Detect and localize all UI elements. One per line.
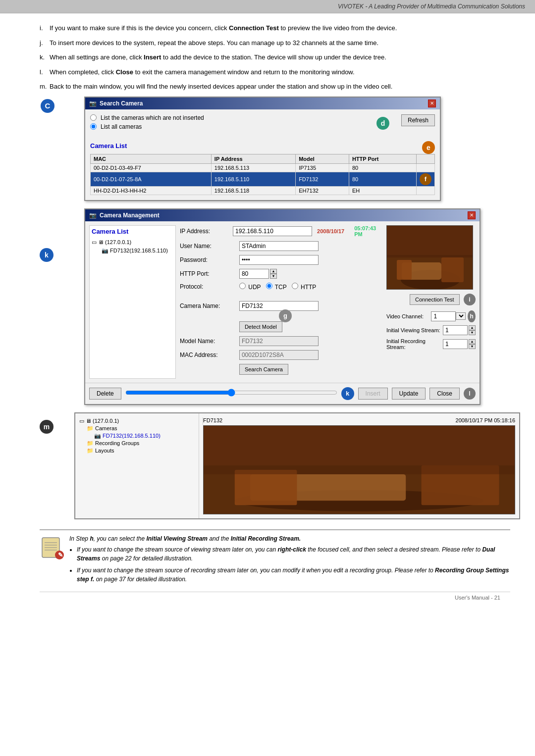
step-f-indicator: f — [420, 173, 431, 185]
video-channel-select[interactable]: 1 — [456, 312, 466, 320]
insert-button[interactable]: Insert — [358, 388, 388, 400]
row2-extra: f — [417, 172, 435, 186]
camera-row-1[interactable]: 00-D2-D1-03-49-F7 192.168.5.113 IP7135 8… — [91, 163, 435, 172]
protocol-http-radio[interactable] — [292, 283, 298, 289]
delete-button[interactable]: Delete — [89, 388, 121, 400]
row1-port: 80 — [349, 163, 416, 172]
tree-monitor-icon: 🖥 — [98, 239, 104, 245]
protocol-tcp-radio[interactable] — [266, 283, 272, 289]
recording-spinner-up[interactable]: ▲ — [469, 339, 476, 344]
radio-not-inserted[interactable] — [90, 114, 97, 121]
preview-date: 2008/10/17 — [317, 228, 344, 234]
tree-child[interactable]: 📷 FD7132(192.168.5.110) — [92, 247, 173, 255]
step-k-bottom-indicator: k — [341, 387, 354, 400]
tree-child-label: FD7132(192.168.5.110) — [110, 248, 168, 253]
camera-mgmt-title: Camera Management — [100, 212, 160, 219]
recording-spinner[interactable]: ▲ ▼ — [469, 339, 476, 349]
protocol-http-label: HTTP — [292, 283, 317, 291]
search-camera-window: 📷 Search Camera ✕ List the cameras which… — [84, 97, 441, 201]
radio-all-cameras-label: List all cameras — [101, 123, 142, 130]
row1-model: IP7135 — [296, 163, 349, 172]
main-monitor-icon: 🖥 — [86, 418, 91, 424]
camera-mgmt-tree: Camera List ▭ 🖥 (127.0.0.1) 📷 FD7132(192… — [89, 225, 176, 379]
svg-rect-6 — [387, 225, 473, 257]
svg-text:✎: ✎ — [58, 552, 63, 558]
password-input[interactable] — [239, 255, 319, 265]
spinner-up[interactable]: ▲ — [270, 269, 277, 274]
connection-test-button[interactable]: Connection Test — [410, 294, 460, 305]
right-form: Connection Test i Video Channel: — [386, 294, 476, 350]
item-label-k: k. — [40, 52, 45, 62]
port-spinner[interactable]: ▲ ▼ — [270, 269, 277, 279]
camera-name-label: Camera Name: — [180, 302, 239, 309]
camera-list-section: Camera List e MAC IP Address — [90, 141, 435, 195]
video-channel-label: Video Channel: — [386, 313, 431, 319]
form-row-port: HTTP Port: ▲ ▼ — [180, 269, 382, 279]
row1-extra — [417, 163, 435, 172]
model-name-input — [239, 336, 319, 346]
svg-rect-5 — [441, 257, 464, 282]
row3-ip: 192.168.5.118 — [211, 186, 295, 195]
search-camera-close-button[interactable]: ✕ — [428, 100, 436, 107]
svg-rect-13 — [204, 426, 515, 474]
instruction-list: i. If you want to make sure if this is t… — [40, 23, 510, 92]
tree-camera-icon: 📷 — [102, 248, 108, 254]
camera-name-input[interactable] — [239, 301, 319, 311]
camera-management-window: 📷 Camera Management ✕ Camera List ▭ 🖥 (1… — [84, 208, 481, 405]
camera-table-header: MAC IP Address Model HTTP Port — [91, 154, 435, 163]
refresh-button[interactable]: Refresh — [401, 114, 435, 126]
recording-spinner-down[interactable]: ▼ — [469, 344, 476, 349]
row1-ip: 192.168.5.113 — [211, 163, 295, 172]
recording-icon: 📁 — [87, 440, 94, 447]
camera-item-icon: 📷 — [94, 433, 101, 439]
main-tree-cameras[interactable]: 📁 Cameras — [79, 425, 195, 432]
username-input[interactable] — [239, 241, 319, 251]
scrollbar[interactable] — [125, 389, 337, 397]
main-preview: FD7132 2008/10/17 PM 05:18:16 — [199, 413, 519, 518]
search-camera-title: Search Camera — [100, 100, 143, 107]
main-preview-svg — [204, 426, 515, 514]
form-row-model: Model Name: — [180, 336, 382, 346]
row1-mac: 00-D2-D1-03-49-F7 — [91, 163, 212, 172]
protocol-udp-radio[interactable] — [239, 283, 246, 289]
radio-all-cameras[interactable] — [90, 123, 97, 130]
recording-stream-input[interactable] — [443, 339, 468, 349]
viewing-stream-label: Initial Viewing Stream: — [386, 327, 443, 333]
main-tree-recording[interactable]: 📁 Recording Groups — [79, 440, 195, 447]
main-window: ▭ 🖥 (127.0.0.1) 📁 Cameras 📷 FD7132(192.1… — [74, 412, 520, 519]
mgmt-title-left: 📷 Camera Management — [89, 212, 160, 219]
spinner-down[interactable]: ▼ — [270, 274, 277, 279]
camera-mgmt-close-button[interactable]: ✕ — [468, 211, 476, 219]
viewing-spinner[interactable]: ▲ ▼ — [469, 325, 476, 335]
camera-row-3[interactable]: HH-D2-D1-H3-HH-H2 192.168.5.118 EH7132 E… — [91, 186, 435, 195]
layouts-icon: 📁 — [87, 448, 94, 454]
form-row-mac: MAC Address: — [180, 350, 382, 360]
form-row-ip: IP Address: 2008/10/17 05:07:43 PM — [180, 225, 382, 237]
camera-mgmt-right: f Connection Test i — [386, 225, 476, 379]
row3-mac: HH-D2-D1-H3-HH-H2 — [91, 186, 212, 195]
viewing-stream-input[interactable] — [443, 325, 468, 335]
search-camera-button[interactable]: Search Camera — [239, 364, 288, 375]
viewing-spinner-down[interactable]: ▼ — [469, 330, 476, 335]
step-m-indicator: m — [40, 420, 54, 434]
viewing-spinner-up[interactable]: ▲ — [469, 325, 476, 330]
main-tree-camera-item[interactable]: 📷 FD7132(192.168.5.110) — [79, 432, 195, 440]
update-button[interactable]: Update — [392, 388, 426, 400]
instruction-j: j. To insert more devices to the system,… — [40, 38, 510, 48]
ip-address-input[interactable] — [233, 226, 312, 236]
form-row-protocol: Protocol: UDP TCP — [180, 283, 382, 291]
video-channel-input[interactable] — [431, 311, 456, 321]
main-tree: ▭ 🖥 (127.0.0.1) 📁 Cameras 📷 FD7132(192.1… — [75, 413, 199, 518]
ip-label: IP Address: — [180, 228, 233, 235]
svg-rect-4 — [397, 260, 412, 280]
protocol-options: UDP TCP HTTP — [239, 283, 317, 291]
port-input[interactable] — [239, 269, 269, 279]
detect-model-button[interactable]: Detect Model — [239, 321, 282, 332]
item-label-l: l. — [40, 67, 43, 77]
protocol-label: Protocol: — [180, 283, 239, 290]
row2-model: FD7132 — [296, 172, 349, 186]
main-tree-layouts[interactable]: 📁 Layouts — [79, 447, 195, 454]
close-button[interactable]: Close — [429, 388, 460, 400]
camera-row-2[interactable]: 00-D2-D1-07-25-8A 192.168.5.110 FD7132 8… — [91, 172, 435, 186]
cameras-folder-icon: 📁 — [87, 425, 94, 432]
